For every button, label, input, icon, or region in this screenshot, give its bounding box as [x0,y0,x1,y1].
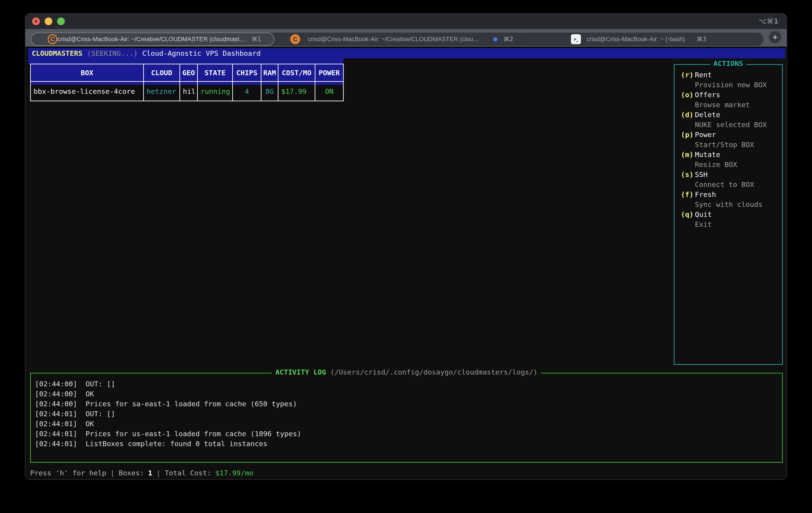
column-header-cloud: CLOUD [144,64,180,82]
tab-terminal-1-active[interactable]: C crisd@Criss-MacBook-Air: ~/Creative/CL… [31,33,274,46]
zoom-button[interactable] [57,18,65,25]
tab-shortcut: ⌘2 [503,36,513,42]
log-line: [02:44:00]OK [35,389,782,399]
close-button[interactable] [32,18,40,25]
table-header-row: BOX CLOUD GEO STATE CHIPS RAM COST/MO PO… [31,64,344,82]
activity-log-body: [02:44:00]OUT: [] [02:44:00]OK [02:44:00… [31,373,782,449]
tab-bar: C crisd@Criss-MacBook-Air: ~/Creative/CL… [25,29,787,48]
log-message: OK [86,390,94,398]
action-description: NUKE selected BOX [695,120,782,130]
actions-panel: ACTIONS (r) Rent Provision new BOX (o) O… [674,64,783,365]
action-item-power[interactable]: (p) Power Start/Stop BOX [674,130,782,149]
actions-list: (r) Rent Provision new BOX (o) Offers Br… [674,65,782,229]
status-separator: | [156,469,161,477]
terminal-window: ⌥⌘1 C crisd@Criss-MacBook-Air: ~/Creativ… [25,13,787,480]
vps-table: BOX CLOUD GEO STATE CHIPS RAM COST/MO PO… [30,64,344,101]
terminal-icon-glyph: >_ [574,37,578,42]
tab-activity-dot [493,37,497,41]
log-time: [02:44:01] [35,420,77,428]
action-key: (o) [681,90,694,100]
log-time: [02:44:01] [35,430,77,438]
app-icon-letter: C [50,36,55,43]
column-header-power: POWER [315,64,344,82]
action-item-fresh[interactable]: (f) Fresh Sync with clouds [674,190,782,209]
cloudmasters-app-icon: C [290,34,300,44]
action-description: Resize BOX [695,160,782,170]
action-item-mutate[interactable]: (m) Mutate Resize BOX [674,149,782,170]
window-shortcut-hint: ⌥⌘1 [759,17,779,25]
action-description: Exit [695,219,782,229]
action-item-ssh[interactable]: (s) SSH Connect to BOX [674,170,782,190]
plus-icon: + [772,32,778,42]
action-item-rent[interactable]: (r) Rent Provision new BOX [674,70,782,90]
tab-shortcut: ⌘3 [697,36,706,42]
activity-log-panel: ACTIVITY LOG (/Users/crisd/.config/dosay… [30,373,783,463]
action-item-offers[interactable]: (o) Offers Browse market [674,90,782,110]
app-brand: CLOUDMASTERS [32,49,83,57]
activity-log-title: ACTIVITY LOG [275,368,326,376]
tab-title: crisd@Criss-MacBook-Air: ~/Creative/CLOU… [308,36,481,43]
cell-box-name: bbx-browse-license-4core [31,82,144,101]
log-line: [02:44:00]Prices for sa-east-1 loaded fr… [35,399,782,409]
log-message: ListBoxes complete: found 0 total instan… [86,439,267,448]
traffic-lights [32,18,65,25]
app-title: Cloud-Agnostic VPS Dashboard [142,49,261,57]
action-description: Start/Stop BOX [695,140,782,149]
cell-power: ON [315,82,344,101]
log-time: [02:44:00] [35,380,77,388]
action-description: Browse market [695,100,782,110]
app-header: CLOUDMASTERS (SEEKING...) Cloud-Agnostic… [28,48,785,58]
boxes-count: 1 [148,469,152,477]
action-item-delete[interactable]: (d) Delete NUKE selected BOX [674,110,782,130]
log-line: [02:44:01]OUT: [] [35,409,782,419]
cell-cost-mo: $17.99 [278,82,315,101]
action-key: (q) [681,209,694,219]
total-cost-label: Total Cost: [165,469,211,477]
minimize-button[interactable] [45,18,52,25]
column-header-state: STATE [198,64,233,82]
table-row[interactable]: bbx-browse-license-4core hetzner hil run… [31,82,344,101]
help-hint: Press 'h' for help [30,469,106,477]
tab-shortcut: ⌘1 [252,36,261,42]
terminal-canvas: CLOUDMASTERS (SEEKING...) Cloud-Agnostic… [25,48,787,478]
log-time: [02:44:00] [35,390,77,398]
total-cost-value: $17.99/mo [215,469,253,477]
action-description: Provision new BOX [695,80,782,90]
action-label: Fresh [695,190,782,199]
action-key: (s) [681,170,694,179]
column-header-chips: CHIPS [233,64,261,82]
action-description: Connect to BOX [695,179,782,190]
tab-title: crisd@Criss-MacBook-Air: ~/Creative/CLOU… [58,36,245,43]
log-message: OUT: [] [86,410,115,418]
tab-terminal-2[interactable]: C crisd@Criss-MacBook-Air: ~/Creative/CL… [274,33,522,46]
action-key: (r) [681,70,694,80]
log-line: [02:44:01]OK [35,419,782,429]
actions-panel-title: ACTIONS [710,59,746,67]
window-titlebar: ⌥⌘1 [25,13,787,29]
log-message: OK [86,420,94,428]
cell-ram: 8G [261,82,278,101]
action-label: Mutate [695,149,782,160]
cell-cloud: hetzner [144,82,180,101]
column-header-geo: GEO [180,64,198,82]
boxes-label: Boxes: [119,469,144,477]
action-label: SSH [695,170,782,179]
log-line: [02:44:00]OUT: [] [35,379,782,389]
status-bar: Press 'h' for help|Boxes:1|Total Cost:$1… [30,468,253,478]
tab-terminal-3[interactable]: >_ crisd@Criss-MacBook-Air: ~ (-bash) ⌘3 [523,33,763,46]
action-label: Offers [695,90,782,100]
new-tab-button[interactable]: + [769,31,781,43]
log-line: [02:44:01]ListBoxes complete: found 0 to… [35,439,782,449]
action-label: Quit [695,209,782,219]
log-time: [02:44:00] [35,400,77,408]
selected-row-highlight-strip [28,58,344,64]
log-message: Prices for us-east-1 loaded from cache (… [86,430,301,438]
column-header-ram: RAM [261,64,278,82]
action-description: Sync with clouds [695,199,782,209]
status-separator: | [110,469,115,477]
action-key: (f) [681,190,694,199]
action-label: Rent [695,70,782,80]
column-header-cost-mo: COST/MO [278,64,315,82]
action-item-quit[interactable]: (q) Quit Exit [674,209,782,229]
app-icon-letter: C [293,36,297,43]
